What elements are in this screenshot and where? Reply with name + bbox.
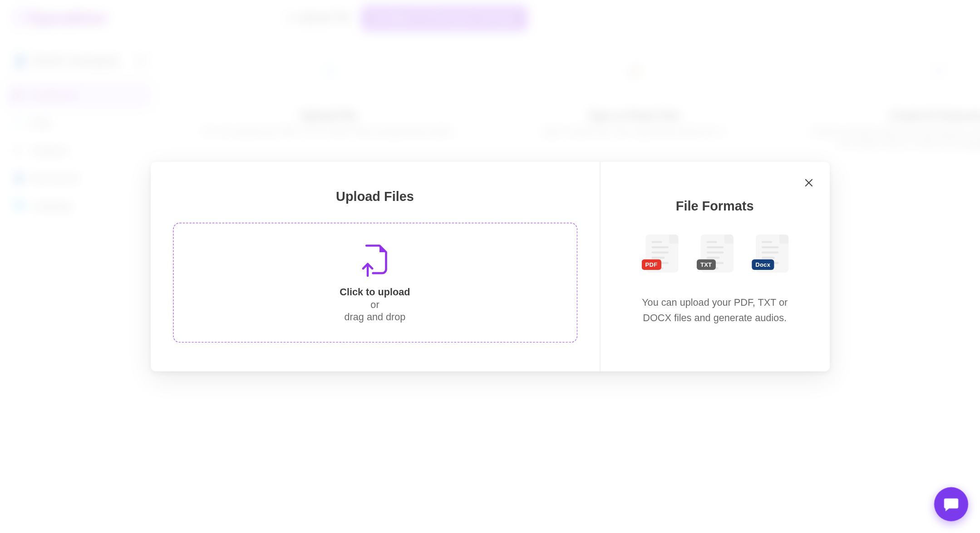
dropzone-line2: or: [187, 298, 563, 310]
dropzone-line3: drag and drop: [187, 311, 563, 323]
modal-title: Upload Files: [172, 189, 577, 204]
txt-badge: TXT: [696, 259, 716, 270]
chat-widget-button[interactable]: [934, 487, 968, 521]
upload-modal: Upload Files Click to upload or drag and…: [150, 162, 829, 372]
file-formats-title: File Formats: [676, 199, 754, 214]
txt-format-icon: TXT: [696, 235, 733, 274]
dropzone-line1: Click to upload: [187, 286, 563, 298]
pdf-badge: PDF: [641, 259, 661, 270]
docx-badge: Docx: [752, 259, 774, 270]
upload-file-icon: [360, 243, 390, 277]
file-formats-desc: You can upload your PDF, TXT or DOCX fil…: [622, 295, 807, 325]
close-button[interactable]: [802, 176, 815, 189]
close-icon: [804, 178, 813, 187]
docx-format-icon: Docx: [752, 235, 788, 274]
modal-overlay: Upload Files Click to upload or drag and…: [0, 0, 980, 533]
upload-dropzone[interactable]: Click to upload or drag and drop: [172, 223, 577, 342]
pdf-format-icon: PDF: [641, 235, 678, 274]
chat-icon: [943, 496, 960, 513]
